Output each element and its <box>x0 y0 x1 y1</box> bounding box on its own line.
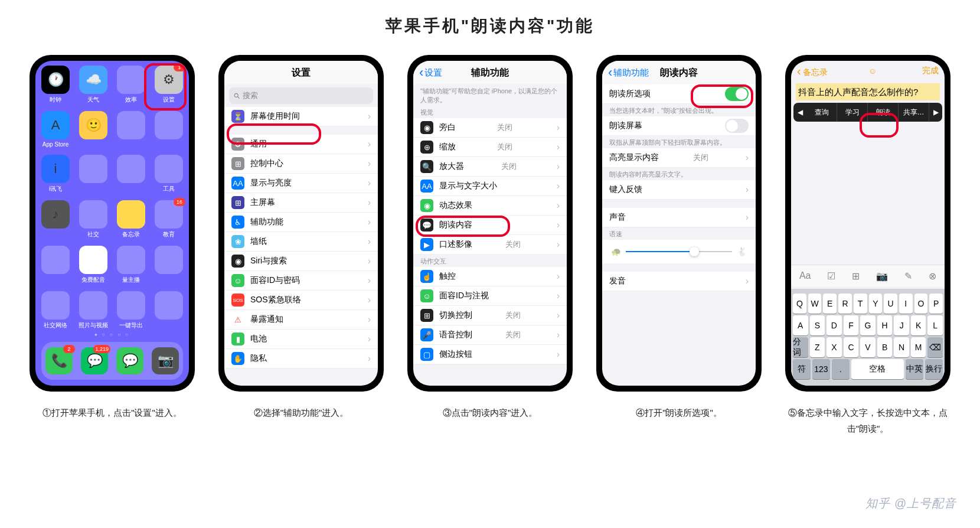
app-folder[interactable] <box>116 111 146 148</box>
key-J[interactable]: J <box>894 315 909 335</box>
app-folder[interactable] <box>153 291 184 330</box>
app-i讯飞[interactable]: ii讯飞 <box>40 155 71 193</box>
dock-app[interactable]: 💬1,219 <box>81 347 108 374</box>
key-T[interactable]: T <box>854 294 867 314</box>
dock-app[interactable]: 💬 <box>116 347 143 374</box>
key-W[interactable]: W <box>808 294 822 314</box>
key-H[interactable]: H <box>877 315 893 335</box>
row-highlight[interactable]: 高亮显示内容关闭 <box>602 148 756 168</box>
notes-back[interactable]: 备忘录 <box>797 64 828 78</box>
app-folder[interactable] <box>78 155 109 193</box>
row-暴露通知[interactable]: ⚠︎暴露通知 <box>224 310 378 330</box>
app-备忘录[interactable]: 备忘录 <box>116 200 146 239</box>
app-时钟[interactable]: 🕐时钟 <box>40 66 71 104</box>
key-D[interactable]: D <box>827 315 842 335</box>
app-folder[interactable]: 🙂 <box>78 111 109 148</box>
app-一键导出[interactable]: 一键导出 <box>116 291 146 330</box>
row-口述影像[interactable]: ▶口述影像关闭 <box>413 235 567 255</box>
key-A[interactable]: A <box>793 315 808 335</box>
row-旁白[interactable]: ◉旁白关闭 <box>413 118 567 138</box>
app-量主播[interactable]: 量主播 <box>116 246 146 284</box>
app-天气[interactable]: ☁️天气 <box>78 66 109 104</box>
key-空格[interactable]: 空格 <box>851 359 904 379</box>
done-button[interactable]: 完成 <box>922 66 939 76</box>
notes-toolbar[interactable]: Aa☑⊞📷✎⊗ <box>791 265 945 286</box>
app-社交网络[interactable]: 社交网络 <box>40 291 71 330</box>
row-面容ID与注视[interactable]: ☺面容ID与注视 <box>413 286 567 306</box>
key-符[interactable]: 符 <box>793 359 811 379</box>
row-主屏幕[interactable]: ⊞主屏幕 <box>224 193 378 213</box>
key-P[interactable]: P <box>929 294 943 314</box>
key-O[interactable]: O <box>914 294 928 314</box>
row-speak-screen[interactable]: 朗读屏幕 <box>602 116 756 136</box>
key-X[interactable]: X <box>827 337 842 357</box>
row-墙纸[interactable]: ❀墙纸 <box>224 232 378 252</box>
row-动态效果[interactable]: ◉动态效果 <box>413 196 567 216</box>
row-语音控制[interactable]: 🎤语音控制关闭 <box>413 325 567 345</box>
key-分词[interactable]: 分词 <box>793 337 808 357</box>
page-dots[interactable]: ● ○ ○ ○ ○ <box>35 332 189 337</box>
row-控制中心[interactable]: ⊞控制中心 <box>224 154 378 174</box>
row-pronunciations[interactable]: 发音 <box>602 272 756 291</box>
menu-lookup[interactable]: 查询 <box>806 103 837 122</box>
row-缩放[interactable]: ⊕缩放关闭 <box>413 138 567 157</box>
app-照片与视频[interactable]: 照片与视频 <box>78 291 109 330</box>
key-M[interactable]: M <box>911 337 926 357</box>
key-换行[interactable]: 换行 <box>925 359 943 379</box>
key-F[interactable]: F <box>844 315 859 335</box>
rate-slider[interactable] <box>602 240 756 263</box>
row-侧边按钮[interactable]: ▢侧边按钮 <box>413 345 567 364</box>
key-I[interactable]: I <box>899 294 913 314</box>
key-N[interactable]: N <box>894 337 909 357</box>
dock-app[interactable]: 📞2 <box>45 347 73 374</box>
row-typing-feedback[interactable]: 键入反馈 <box>602 180 756 200</box>
motor-list[interactable]: ☝触控☺面容ID与注视⊞切换控制关闭🎤语音控制关闭▢侧边按钮 <box>413 267 567 364</box>
search-input[interactable]: 搜索 <box>229 87 373 104</box>
key-K[interactable]: K <box>911 315 926 335</box>
key-Y[interactable]: Y <box>869 294 883 314</box>
dock[interactable]: 📞2💬1,219💬📷 <box>41 342 183 380</box>
key-U[interactable]: U <box>884 294 897 314</box>
app-教育[interactable]: 16教育 <box>153 200 184 239</box>
menu-prev[interactable]: ◀ <box>793 103 806 122</box>
key-S[interactable]: S <box>810 315 825 335</box>
face-icon[interactable]: ☺ <box>868 66 877 76</box>
dock-app[interactable]: 📷 <box>152 347 179 374</box>
key-⌫[interactable]: ⌫ <box>927 337 943 357</box>
key-.[interactable]: . <box>832 359 850 379</box>
key-R[interactable]: R <box>838 294 852 314</box>
app-工具[interactable]: 工具 <box>153 155 184 193</box>
row-辅助功能[interactable]: ♿︎辅助功能 <box>224 213 378 232</box>
menu-next[interactable]: ▶ <box>929 103 942 122</box>
row-Siri与搜索[interactable]: ◉Siri与搜索 <box>224 252 378 271</box>
app-效率[interactable]: 效率 <box>116 66 146 104</box>
key-C[interactable]: C <box>844 337 859 357</box>
back-button[interactable]: 辅助功能 <box>608 65 649 80</box>
back-button[interactable]: 设置 <box>419 65 442 80</box>
row-电池[interactable]: ▮电池 <box>224 330 378 349</box>
row-显示与文字大小[interactable]: AA显示与文字大小 <box>413 177 567 196</box>
row-放大器[interactable]: 🔍放大器关闭 <box>413 157 567 177</box>
key-G[interactable]: G <box>860 315 876 335</box>
key-Q[interactable]: Q <box>793 294 806 314</box>
key-B[interactable]: B <box>877 337 893 357</box>
keyboard[interactable]: QWERTYUIOPASDFGHJKL分词ZXCVBNM⌫符123.空格中英换行 <box>791 289 945 386</box>
menu-share[interactable]: 共享… <box>899 103 929 122</box>
app-folder[interactable] <box>40 246 71 284</box>
row-voices[interactable]: 声音 <box>602 208 756 227</box>
app-folder[interactable] <box>153 111 184 148</box>
row-触控[interactable]: ☝触控 <box>413 267 567 286</box>
note-text[interactable]: 抖音上的人声配音怎么制作的? <box>796 83 940 100</box>
key-E[interactable]: E <box>823 294 837 314</box>
key-中英[interactable]: 中英 <box>906 359 923 379</box>
app-folder[interactable]: ♪ <box>40 200 71 239</box>
toggle-off[interactable] <box>725 119 749 133</box>
key-123[interactable]: 123 <box>812 359 830 379</box>
app-folder[interactable] <box>116 155 146 193</box>
app-免费配音[interactable]: 免费配音 <box>78 246 109 284</box>
settings-list[interactable]: ⏳屏幕使用时间⚙︎通用⊞控制中心AA显示与亮度⊞主屏幕♿︎辅助功能❀墙纸◉Sir… <box>224 107 378 369</box>
key-Z[interactable]: Z <box>810 337 825 357</box>
row-隐私[interactable]: ✋隐私 <box>224 349 378 369</box>
key-V[interactable]: V <box>860 337 876 357</box>
app-社交[interactable]: 社交 <box>78 200 109 239</box>
